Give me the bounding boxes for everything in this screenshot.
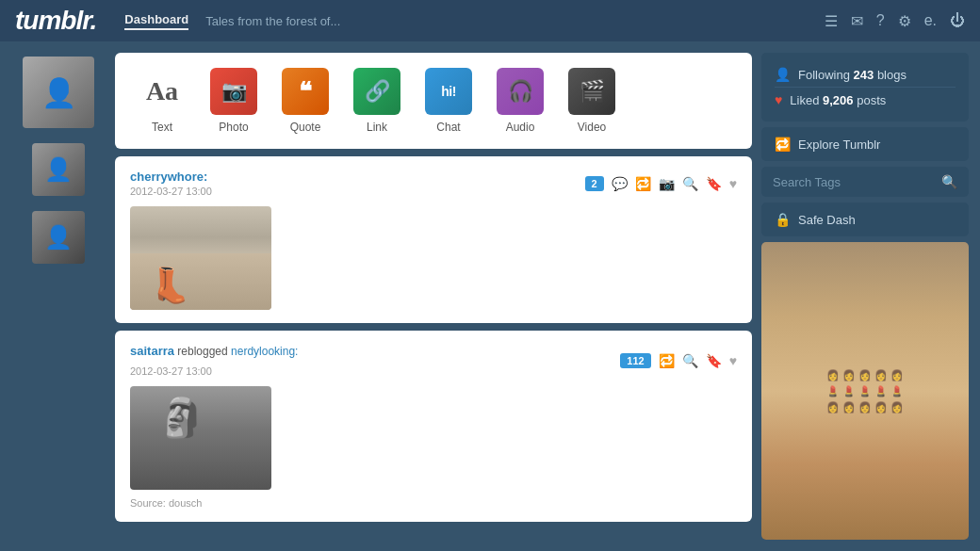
user-avatar-2[interactable] xyxy=(32,143,85,196)
post-2-reblog-line: saitarra reblogged nerdylooking: xyxy=(130,344,298,358)
photo-icon: 📷 xyxy=(210,68,257,115)
video-label: Video xyxy=(578,121,606,134)
power-icon[interactable]: ⏻ xyxy=(950,12,965,29)
text-icon: Aa xyxy=(139,68,186,115)
logo[interactable]: tumblr. xyxy=(15,6,96,36)
header: tumblr. Dashboard Tales from the forest … xyxy=(0,0,980,41)
post-2-meta: saitarra reblogged nerdylooking: 2012-03… xyxy=(130,344,298,377)
post-1-image: 👢 xyxy=(130,206,271,310)
post-2-timestamp: 2012-03-27 13:00 xyxy=(130,365,298,377)
post-2-search-icon[interactable]: 🔍 xyxy=(682,353,698,368)
post-type-selector: Aa Text 📷 Photo ❝ Quote 🔗 Link hi! Chat xyxy=(115,53,752,149)
post-2-source: Source: dousch xyxy=(130,497,737,509)
photo-label: Photo xyxy=(219,121,248,134)
post-card-2: saitarra reblogged nerdylooking: 2012-03… xyxy=(115,331,752,522)
left-sidebar xyxy=(11,53,106,540)
following-row[interactable]: 👤 Following 243 blogs xyxy=(775,62,956,88)
post-1-comment-icon[interactable]: 💬 xyxy=(612,176,628,191)
search-tags-input[interactable] xyxy=(773,175,934,189)
liked-icon: ♥ xyxy=(775,92,782,107)
search-icon[interactable]: 🔍 xyxy=(941,174,957,189)
post-2-image-container: 🗿 xyxy=(130,386,737,490)
post-1-count: 2 xyxy=(585,176,604,191)
post-type-audio[interactable]: 🎧 Audio xyxy=(492,68,548,134)
sidebar-blog-image: 👩👩👩👩👩 💄💄💄💄💄 👩👩👩👩👩 xyxy=(761,242,969,540)
safe-dash-widget[interactable]: 🔒 Safe Dash xyxy=(761,203,969,236)
explore-label: Explore Tumblr xyxy=(798,138,880,152)
explore-widget[interactable]: 🔁 Explore Tumblr xyxy=(761,127,969,161)
post-2-header: saitarra reblogged nerdylooking: 2012-03… xyxy=(130,344,737,377)
post-type-text[interactable]: Aa Text xyxy=(134,68,190,134)
post-2-count: 112 xyxy=(620,353,650,368)
following-text: Following 243 blogs xyxy=(798,68,906,82)
header-icons: ☰ ✉ ? ⚙ e. ⏻ xyxy=(825,12,965,30)
following-label: Following xyxy=(798,68,850,82)
following-count: 243 xyxy=(854,68,874,82)
link-label: Link xyxy=(367,121,387,134)
nav-blog-title[interactable]: Tales from the forest of... xyxy=(205,14,340,28)
post-1-camera-icon[interactable]: 📷 xyxy=(659,176,675,191)
post-1-bookmark-icon[interactable]: 🔖 xyxy=(706,176,722,191)
gear-icon[interactable]: ⚙ xyxy=(898,12,911,30)
post-2-image: 🗿 xyxy=(130,386,271,490)
search-tags-widget: 🔍 xyxy=(761,167,969,197)
liked-row[interactable]: ♥ Liked 9,206 posts xyxy=(775,88,956,112)
quote-icon: ❝ xyxy=(282,68,329,115)
sidebar-image-widget[interactable]: 👩👩👩👩👩 💄💄💄💄💄 👩👩👩👩👩 xyxy=(761,242,969,540)
post-type-quote[interactable]: ❝ Quote xyxy=(277,68,334,134)
post-1-header: cherrywhore: 2012-03-27 13:00 2 💬 🔁 📷 🔍 … xyxy=(130,170,737,197)
nav-dashboard[interactable]: Dashboard xyxy=(124,12,188,30)
chat-icon: hi! xyxy=(425,68,472,115)
post-2-reblogger[interactable]: saitarra xyxy=(130,344,174,358)
main-layout: Aa Text 📷 Photo ❝ Quote 🔗 Link hi! Chat xyxy=(0,41,980,551)
link-icon: 🔗 xyxy=(353,68,400,115)
user-avatar-1[interactable] xyxy=(23,57,94,128)
video-icon: 🎬 xyxy=(568,68,615,115)
center-feed: Aa Text 📷 Photo ❝ Quote 🔗 Link hi! Chat xyxy=(115,53,752,540)
account-icon[interactable]: e. xyxy=(924,12,937,29)
help-icon[interactable]: ? xyxy=(876,12,885,29)
post-type-video[interactable]: 🎬 Video xyxy=(564,68,620,134)
post-1-meta: cherrywhore: 2012-03-27 13:00 xyxy=(130,170,212,197)
chat-label: Chat xyxy=(436,121,460,134)
post-2-original-author[interactable]: nerdylooking: xyxy=(231,345,298,358)
post-1-actions: 2 💬 🔁 📷 🔍 🔖 ♥ xyxy=(585,176,737,191)
post-2-heart-icon[interactable]: ♥ xyxy=(729,353,737,368)
post-card-1: cherrywhore: 2012-03-27 13:00 2 💬 🔁 📷 🔍 … xyxy=(115,156,752,323)
liked-label: Liked xyxy=(790,93,819,107)
post-2-reblog-icon[interactable]: 🔁 xyxy=(659,353,675,368)
audio-icon: 🎧 xyxy=(497,68,544,115)
following-icon: 👤 xyxy=(775,67,791,82)
user-avatar-3[interactable] xyxy=(32,211,85,264)
post-2-bookmark-icon[interactable]: 🔖 xyxy=(706,353,722,368)
post-1-reblog-icon[interactable]: 🔁 xyxy=(635,176,651,191)
post-type-chat[interactable]: hi! Chat xyxy=(420,68,477,134)
list-icon[interactable]: ☰ xyxy=(825,12,838,30)
liked-text: Liked 9,206 posts xyxy=(790,93,886,107)
text-label: Text xyxy=(152,121,172,134)
liked-count: 9,206 xyxy=(823,93,854,107)
post-type-link[interactable]: 🔗 Link xyxy=(349,68,405,134)
following-suffix: blogs xyxy=(877,68,906,82)
post-2-actions: 112 🔁 🔍 🔖 ♥ xyxy=(620,353,737,368)
post-1-search-icon[interactable]: 🔍 xyxy=(682,176,698,191)
header-nav: Dashboard Tales from the forest of... xyxy=(124,12,805,30)
post-1-heart-icon[interactable]: ♥ xyxy=(729,176,737,191)
post-1-timestamp: 2012-03-27 13:00 xyxy=(130,186,212,197)
audio-label: Audio xyxy=(506,121,535,134)
explore-icon: 🔁 xyxy=(775,137,791,152)
quote-label: Quote xyxy=(290,121,321,134)
right-sidebar: 👤 Following 243 blogs ♥ Liked 9,206 post… xyxy=(761,53,969,540)
explore-row: 🔁 Explore Tumblr xyxy=(775,137,956,152)
lock-icon: 🔒 xyxy=(775,212,791,227)
safe-dash-label: Safe Dash xyxy=(798,213,856,227)
stats-widget: 👤 Following 243 blogs ♥ Liked 9,206 post… xyxy=(761,53,969,122)
liked-suffix: posts xyxy=(857,93,886,107)
post-type-photo[interactable]: 📷 Photo xyxy=(205,68,262,134)
post-1-author[interactable]: cherrywhore: xyxy=(130,170,212,184)
post-1-image-container: 👢 xyxy=(130,206,737,310)
mail-icon[interactable]: ✉ xyxy=(851,12,863,30)
